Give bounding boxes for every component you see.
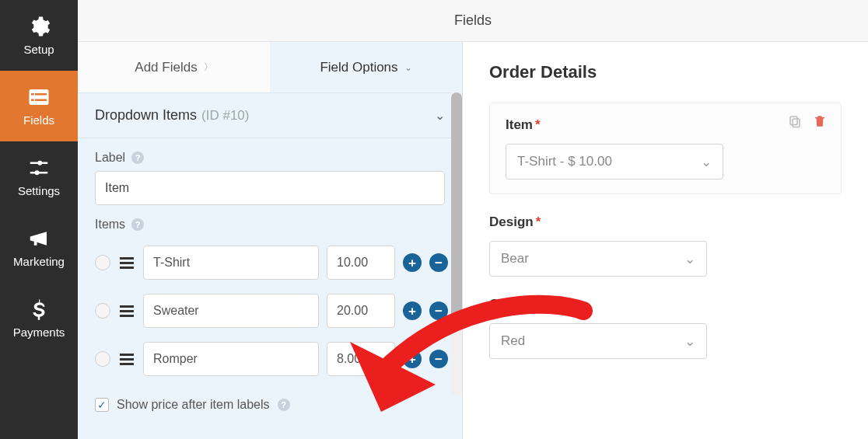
svg-point-6 [35, 170, 40, 175]
items-list: + − + − [78, 238, 462, 390]
item-select[interactable]: T-Shirt - $ 10.00 ⌄ [506, 144, 723, 179]
help-icon[interactable]: ? [131, 152, 144, 164]
item-row: + − [95, 246, 445, 280]
drag-handle-icon[interactable] [118, 305, 135, 317]
field-label: Item [506, 117, 533, 133]
sidebar-item-fields[interactable]: Fields [0, 71, 78, 141]
required-mark: * [536, 214, 541, 230]
add-item-button[interactable]: + [403, 301, 422, 320]
field-label: Color [489, 297, 523, 312]
select-value: T-Shirt - $ 10.00 [517, 154, 612, 169]
section-header[interactable]: Dropdown Items (ID #10) ⌄ [78, 92, 462, 138]
chevron-down-icon: ⌄ [684, 251, 695, 267]
remove-item-button[interactable]: − [429, 350, 448, 368]
item-price-input[interactable] [327, 246, 395, 280]
sidebar-item-marketing[interactable]: Marketing [0, 212, 78, 283]
svg-rect-0 [30, 89, 49, 105]
preview-field-item[interactable]: Item* T-Shirt - $ 10.00 ⌄ [489, 103, 842, 194]
add-item-button[interactable]: + [403, 350, 422, 368]
preview-title: Order Details [489, 62, 842, 82]
trash-icon[interactable] [813, 114, 827, 128]
chevron-down-icon: ⌄ [404, 62, 412, 73]
scrollbar[interactable] [451, 92, 462, 395]
svg-rect-7 [790, 117, 797, 125]
section-id: (ID #10) [201, 108, 249, 124]
select-value: Red [501, 333, 525, 349]
required-mark: * [535, 117, 541, 133]
tab-label: Field Options [320, 60, 397, 75]
item-name-input[interactable] [143, 294, 319, 328]
section-title: Dropdown Items [95, 107, 197, 124]
chevron-right-icon: 〉 [204, 61, 213, 74]
field-label: Design [489, 214, 534, 230]
scrollbar-thumb[interactable] [451, 92, 462, 326]
sidebar: Setup Fields Settings Marketing Payments [0, 0, 78, 439]
required-mark: * [526, 297, 531, 312]
svg-rect-1 [31, 93, 34, 96]
gear-icon [27, 15, 51, 38]
field-options-panel: Add Fields 〉 Field Options ⌄ Dropdown It… [78, 42, 463, 439]
item-name-input[interactable] [143, 342, 319, 376]
label-caption: Label [95, 151, 125, 165]
show-price-checkbox[interactable]: ✓ [95, 398, 109, 412]
help-icon[interactable]: ? [278, 399, 290, 411]
drag-handle-icon[interactable] [118, 257, 135, 269]
sliders-icon [27, 156, 51, 179]
remove-item-button[interactable]: − [429, 301, 448, 320]
radio-default[interactable] [95, 351, 110, 367]
select-value: Bear [501, 251, 529, 267]
radio-default[interactable] [95, 255, 110, 270]
chevron-down-icon: ⌄ [684, 333, 695, 350]
label-input[interactable] [95, 171, 445, 205]
tab-add-fields[interactable]: Add Fields 〉 [78, 42, 270, 92]
sidebar-label: Payments [13, 326, 65, 339]
form-preview: Order Details Item* T-Shirt - $ 10.00 ⌄ [463, 42, 868, 439]
color-select[interactable]: Red ⌄ [489, 323, 707, 359]
item-row: + − [95, 294, 445, 328]
duplicate-icon[interactable] [788, 114, 802, 128]
svg-rect-8 [793, 119, 800, 127]
sidebar-label: Fields [23, 113, 54, 127]
page-title: Fields [78, 0, 868, 42]
preview-field-design[interactable]: Design* Bear ⌄ [489, 214, 842, 277]
help-icon[interactable]: ? [131, 218, 144, 231]
design-select[interactable]: Bear ⌄ [489, 241, 707, 277]
add-item-button[interactable]: + [403, 253, 422, 272]
dollar-icon [27, 298, 51, 321]
sidebar-item-settings[interactable]: Settings [0, 141, 78, 212]
sidebar-item-payments[interactable]: Payments [0, 283, 78, 354]
item-row: + − [95, 342, 445, 376]
items-caption: Items [95, 218, 125, 232]
show-price-label: Show price after item labels [117, 398, 270, 412]
list-icon [27, 85, 51, 109]
tab-label: Add Fields [135, 60, 197, 75]
megaphone-icon [27, 227, 51, 250]
item-price-input[interactable] [327, 342, 395, 376]
sidebar-label: Marketing [13, 255, 65, 268]
tab-field-options[interactable]: Field Options ⌄ [270, 42, 462, 92]
drag-handle-icon[interactable] [118, 354, 135, 365]
sidebar-item-setup[interactable]: Setup [0, 0, 78, 71]
chevron-down-icon: ⌄ [701, 154, 712, 170]
radio-default[interactable] [95, 303, 110, 319]
svg-rect-2 [35, 93, 47, 96]
svg-rect-3 [31, 99, 34, 102]
preview-field-color[interactable]: Color* Red ⌄ [489, 297, 842, 359]
item-name-input[interactable] [143, 246, 319, 280]
remove-item-button[interactable]: − [429, 253, 448, 272]
item-price-input[interactable] [327, 294, 395, 328]
svg-rect-4 [35, 99, 47, 102]
svg-point-5 [37, 161, 42, 165]
sidebar-label: Setup [23, 43, 54, 56]
chevron-down-icon: ⌄ [435, 108, 445, 123]
sidebar-label: Settings [18, 184, 60, 197]
